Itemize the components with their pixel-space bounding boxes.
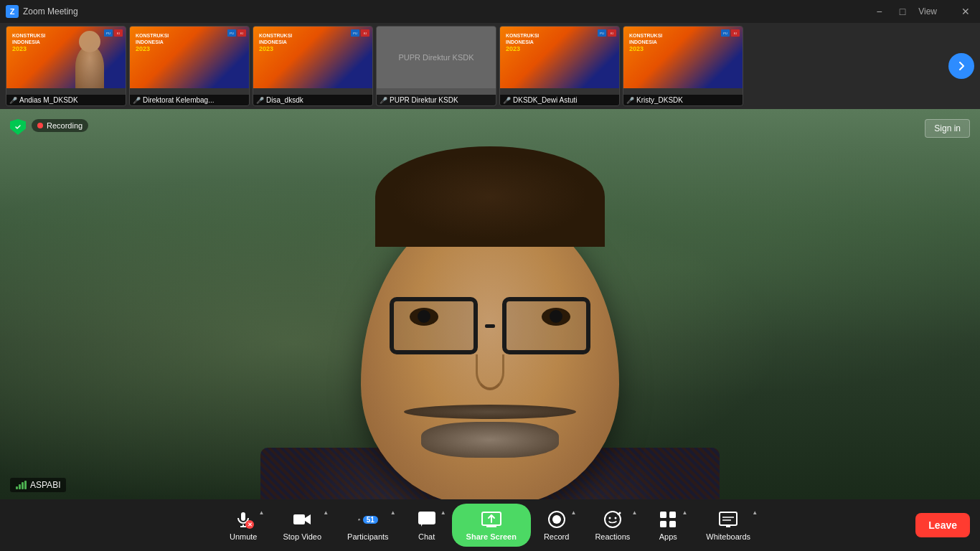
security-shield-icon [10, 119, 26, 135]
security-badge [10, 119, 26, 135]
mic-on-icon-4: 🎤 [503, 97, 511, 104]
minimize-button[interactable]: − [872, 4, 887, 19]
thumbnail-name-dewi: DKSDK_Dewi Astuti [513, 96, 577, 104]
share-screen-button[interactable]: Share Screen [452, 504, 531, 547]
maximize-button[interactable]: □ [895, 4, 910, 19]
scroll-right-button[interactable] [948, 53, 974, 79]
speaker-eyes [410, 308, 570, 326]
share-screen-label: Share Screen [466, 532, 517, 541]
participant-name-badge: ASPABI [10, 478, 66, 492]
participants-count: 51 [363, 516, 378, 524]
svg-rect-19 [669, 521, 676, 527]
whiteboards-label: Whiteboards [706, 532, 750, 541]
svg-point-15 [618, 512, 621, 514]
thumbnail-pupr[interactable]: PUPR Direktur KSDK 🎤 PUPR Direktur KSDK [376, 26, 496, 106]
svg-rect-20 [720, 512, 737, 525]
main-video: Recording Sign in ASPABI [0, 109, 980, 499]
thumbnail-name-disa: Disa_dksdk [266, 96, 303, 104]
toolbar: ▲ ✕ Unmute ▲ Stop Video [0, 499, 980, 551]
whiteboards-icon [718, 509, 738, 529]
microphone-icon: ✕ [233, 509, 253, 529]
signal-strength-icon [16, 481, 27, 489]
right-eye [542, 308, 570, 326]
speaker-video [0, 109, 980, 499]
svg-point-4 [359, 519, 359, 519]
apps-button[interactable]: ▲ Apps [643, 505, 693, 545]
chat-icon [417, 509, 437, 529]
chat-label: Chat [418, 532, 435, 541]
speaker-nose [476, 354, 504, 390]
svg-point-5 [359, 519, 360, 519]
svg-rect-6 [418, 512, 435, 524]
thumbnail-andias[interactable]: KONSTRUKSIINDONESIA2023 PU KI 🎤 Andias M… [6, 26, 126, 106]
thumbnail-dewi[interactable]: KONSTRUKSIINDONESIA2023 PU KI 🎤 DKSDK_De… [499, 26, 620, 106]
reactions-icon [603, 509, 623, 529]
recording-dot [37, 123, 43, 128]
thumbnails-strip: KONSTRUKSIINDONESIA2023 PU KI 🎤 Andias M… [0, 23, 980, 109]
video-caret[interactable]: ▲ [323, 509, 329, 516]
window-title: Zoom Meeting [23, 6, 872, 17]
svg-point-14 [614, 517, 616, 519]
whiteboards-button[interactable]: ▲ Whiteboards [693, 505, 763, 545]
svg-rect-0 [241, 512, 245, 521]
stop-video-label: Stop Video [283, 532, 321, 541]
apps-caret[interactable]: ▲ [682, 509, 687, 516]
reactions-caret[interactable]: ▲ [631, 509, 637, 516]
thumbnail-name-andias: Andias M_DKSDK [19, 96, 78, 104]
thumbnail-direktorat[interactable]: KONSTRUKSIINDONESIA2023 PU KI 🎤 Direktor… [129, 26, 250, 106]
speaker-mouth-area [404, 405, 576, 462]
thumbnail-name-direktorat: Direktorat Kelembag... [143, 96, 215, 104]
leave-button[interactable]: Leave [915, 513, 970, 537]
participant-name-text: ASPABI [30, 480, 60, 490]
stop-video-button[interactable]: ▲ Stop Video [270, 505, 334, 545]
pupr-label-text: PUPR Direktur KSDK [395, 50, 476, 65]
mic-on-icon-2: 🎤 [256, 97, 264, 104]
share-screen-icon [481, 509, 501, 529]
meeting-container: KONSTRUKSIINDONESIA2023 PU KI 🎤 Andias M… [0, 23, 980, 551]
thumbnail-kristy[interactable]: KONSTRUKSIINDONESIA2023 PU KI 🎤 Kristy_D… [623, 26, 743, 106]
whiteboards-caret[interactable]: ▲ [752, 509, 758, 516]
svg-rect-17 [669, 512, 676, 518]
chat-button[interactable]: ▲ Chat [402, 505, 452, 545]
thumbnail-name-pupr: PUPR Direktur KSDK [390, 96, 458, 104]
right-glass [502, 297, 590, 354]
title-bar: Z Zoom Meeting − □ View ✕ [0, 0, 980, 23]
speaker-mustache [404, 405, 576, 419]
mic-on-icon-5: 🎤 [626, 97, 634, 104]
mic-on-icon-3: 🎤 [380, 97, 387, 104]
record-caret[interactable]: ▲ [570, 509, 576, 516]
svg-rect-3 [293, 514, 305, 524]
apps-icon [658, 509, 678, 529]
unmute-button[interactable]: ▲ ✕ Unmute [217, 505, 270, 545]
participants-icon: 51 [358, 509, 378, 529]
participants-caret[interactable]: ▲ [390, 509, 396, 516]
speaker-beard [421, 422, 559, 458]
close-button[interactable]: ✕ [957, 4, 974, 19]
speaker-face [318, 109, 662, 499]
recording-label: Recording [47, 121, 83, 130]
speaker-hair [375, 146, 605, 247]
reactions-label: Reactions [595, 532, 630, 541]
record-icon [547, 509, 567, 529]
reactions-button[interactable]: ▲ Reactions [582, 505, 643, 545]
recording-badge: Recording [32, 119, 88, 132]
svg-point-13 [608, 517, 611, 519]
mic-on-icon: 🎤 [133, 97, 141, 104]
muted-indicator: ✕ [245, 520, 254, 529]
svg-rect-18 [660, 521, 666, 527]
view-label: View [918, 6, 937, 17]
record-label: Record [544, 532, 569, 541]
participants-button[interactable]: ▲ 51 Participants [334, 505, 401, 545]
unmute-caret[interactable]: ▲ [259, 509, 265, 516]
left-eye [410, 308, 438, 326]
thumbnail-disa[interactable]: KONSTRUKSIINDONESIA2023 PU KI 🎤 Disa_dks… [253, 26, 373, 106]
record-button[interactable]: ▲ Record [531, 505, 582, 545]
chat-caret[interactable]: ▲ [440, 509, 446, 516]
mic-muted-icon: 🎤 [9, 97, 17, 104]
window-controls: − □ View ✕ [872, 4, 974, 19]
speaker-glasses [390, 297, 590, 354]
zoom-icon: Z [6, 5, 19, 18]
speaker-face-skin [361, 204, 619, 499]
video-camera-icon [292, 509, 312, 529]
sign-in-button[interactable]: Sign in [925, 119, 970, 138]
